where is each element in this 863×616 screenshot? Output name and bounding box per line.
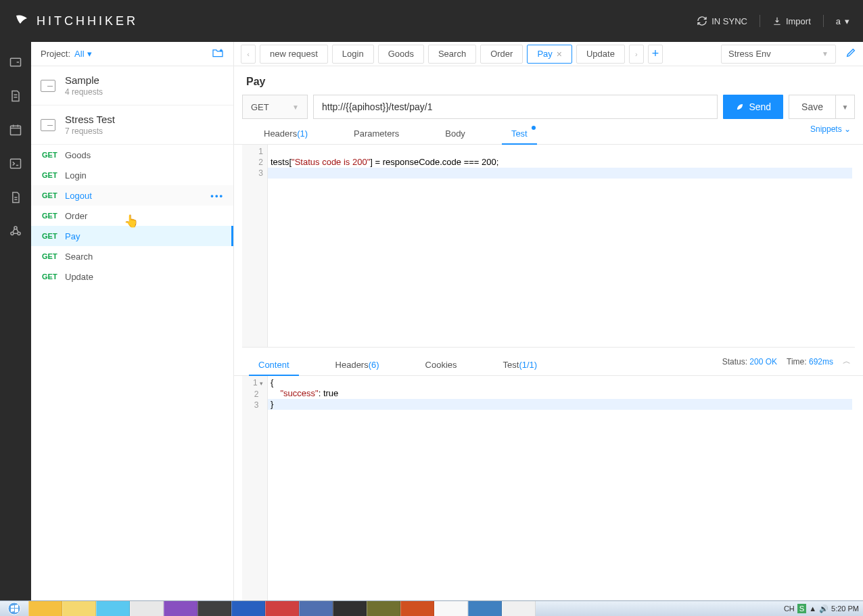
terminal-icon[interactable] [9,157,22,170]
schedule-icon[interactable] [9,123,22,137]
tab-headers[interactable]: Headers(1) [254,123,317,144]
tray-icon[interactable]: S [797,604,806,613]
taskbar-app[interactable] [299,601,333,617]
clock[interactable]: 5:20 PM [831,605,859,613]
user-menu[interactable]: a ▾ [836,16,849,26]
taskbar-app[interactable] [265,601,299,617]
taskbar-app[interactable] [434,601,468,617]
method-select[interactable]: GET ▼ [242,95,308,119]
file-icon[interactable] [9,191,22,204]
app-header: HITCHHIKER IN SYNC Import a ▾ [0,0,863,42]
taskbar-app[interactable] [62,601,96,617]
brand-text: HITCHHIKER [37,14,138,28]
new-collection-button[interactable] [212,48,224,60]
chevron-down-icon: ▼ [822,50,829,57]
request-item[interactable]: GETSearch [31,246,233,266]
pencil-icon [845,47,856,58]
send-button[interactable]: Send [723,95,783,119]
tab-parameters[interactable]: Parameters [344,123,409,144]
url-input[interactable] [313,95,718,119]
import-button[interactable]: Import [772,16,811,26]
taskbar-app[interactable] [231,601,265,617]
sync-status[interactable]: IN SYNC [697,16,747,26]
taskbar-app[interactable] [333,601,367,617]
save-button[interactable]: Save [789,95,836,119]
request-item[interactable]: GETGoods [31,145,233,165]
folder-plus-icon [212,48,224,57]
method-badge: GET [42,151,65,159]
tab-pay[interactable]: Pay× [527,45,572,64]
resp-tab-test[interactable]: Test(1/1) [494,354,547,375]
request-item[interactable]: GETLogout••• [31,185,233,206]
windows-icon [5,602,24,615]
more-icon[interactable]: ••• [210,191,224,201]
svg-rect-1 [11,126,21,135]
taskbar-app[interactable] [367,601,400,617]
collection-stress-test[interactable]: Stress Test 7 requests [31,105,233,145]
tray-icon[interactable]: ▲ [809,605,816,613]
collection-icon [41,80,55,92]
resp-tab-headers[interactable]: Headers(6) [326,354,389,375]
collection-sample[interactable]: Sample 4 requests [31,66,233,105]
tab-search[interactable]: Search [428,45,476,64]
environment-edit[interactable] [845,47,856,61]
time-value: 692ms [809,357,833,366]
windows-taskbar[interactable]: CH S ▲ 🔊 5:20 PM [0,600,863,616]
request-item[interactable]: GETOrder [31,206,233,226]
resp-tab-content[interactable]: Content [249,354,299,375]
tray-icon[interactable]: 🔊 [819,605,829,613]
taskbar-app[interactable] [468,601,502,617]
tab-test[interactable]: Test [502,123,537,144]
tabs-prev[interactable]: ‹ [241,45,256,64]
tab-body[interactable]: Body [436,123,475,144]
tab-update[interactable]: Update [576,45,625,64]
cluster-icon[interactable] [9,224,22,238]
collection-icon[interactable] [9,55,22,69]
document-icon[interactable] [9,89,22,103]
response-editor[interactable]: 1 ▾2 3 { "success": true } [242,376,855,600]
resp-tab-cookies[interactable]: Cookies [416,354,467,375]
divider [760,15,760,27]
chevron-down-icon: ▾ [87,49,92,59]
tab-bar: ‹ new requestLoginGoodsSearchOrderPay×Up… [234,42,863,66]
svg-point-3 [14,227,17,229]
request-name: Search [65,252,93,262]
save-dropdown[interactable]: ▼ [836,95,855,119]
taskbar-app[interactable] [400,601,434,617]
taskbar-app[interactable] [197,601,231,617]
request-item[interactable]: GETPay [31,226,233,246]
request-name: Update [65,272,93,282]
tab-order[interactable]: Order [480,45,523,64]
taskbar-app[interactable] [130,601,164,617]
snippets-link[interactable]: Snippets ⌄ [810,124,851,134]
environment-select[interactable]: Stress Env ▼ [721,45,836,64]
logo-icon [14,13,30,29]
request-item[interactable]: GETUpdate [31,266,233,287]
request-name: Logout [65,191,92,201]
taskbar-app[interactable] [164,601,197,617]
tab-goods[interactable]: Goods [378,45,424,64]
sidebar: Project: All ▾ Sample 4 requests Stress … [31,42,234,600]
nav-rail [0,42,31,600]
sync-icon [697,16,707,26]
taskbar-app[interactable] [502,601,536,617]
collapse-response[interactable]: ︿ [843,356,851,367]
main-content: ‹ new requestLoginGoodsSearchOrderPay×Up… [234,42,863,600]
project-selector[interactable]: All ▾ [74,49,91,59]
lang-indicator[interactable]: CH [784,605,795,613]
tabs-next[interactable]: › [629,45,644,64]
request-item[interactable]: GETLogin [31,165,233,185]
status-value: 200 OK [749,357,777,366]
close-icon[interactable]: × [557,49,562,60]
tab-new-request[interactable]: new request [260,45,328,64]
taskbar-app[interactable] [28,601,62,617]
taskbar-app[interactable] [96,601,130,617]
tab-add[interactable]: + [648,45,663,64]
method-badge: GET [42,252,65,260]
start-button[interactable] [0,601,28,617]
collection-icon [41,119,55,131]
chevron-down-icon: ▼ [292,103,299,111]
tab-login[interactable]: Login [332,45,374,64]
test-editor[interactable]: 123 tests["Status code is 200"] = respon… [242,145,855,348]
method-badge: GET [42,191,65,199]
